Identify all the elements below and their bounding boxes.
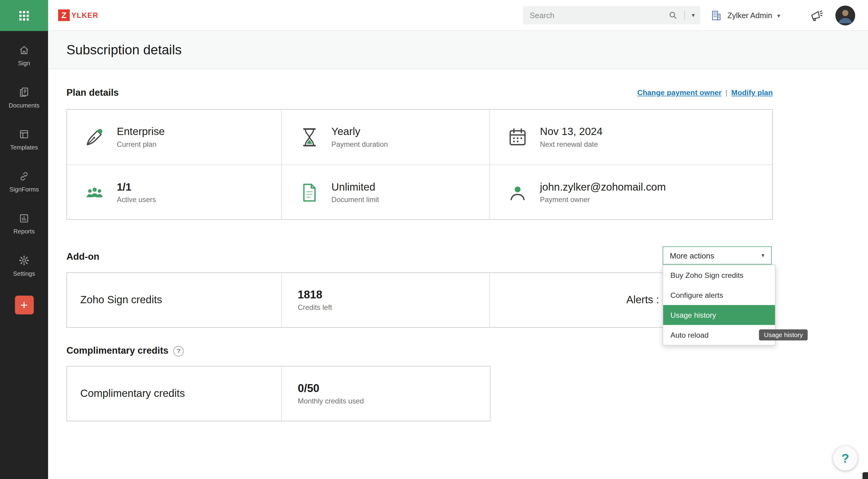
person-icon <box>507 181 529 203</box>
bar-chart-icon <box>18 213 30 224</box>
org-chevron-down-icon: ▾ <box>777 12 780 19</box>
org-switcher[interactable]: Zylker Admin ▾ <box>710 0 780 31</box>
addon-name-cell: Zoho Sign credits <box>67 273 281 327</box>
usage-history-tooltip: Usage history <box>759 329 808 341</box>
credits-left-cell: 1818 Credits left <box>281 273 490 327</box>
complimentary-name-cell: Complimentary credits <box>67 366 281 421</box>
more-actions-label: More actions <box>670 251 714 260</box>
alerts-label: Alerts : <box>626 294 659 306</box>
pen-icon <box>84 126 106 148</box>
announcements-megaphone-icon[interactable] <box>809 8 824 23</box>
topbar: Z YLKER ▾ <box>48 0 868 31</box>
sidebar-item-reports[interactable]: Reports <box>0 203 48 245</box>
plan-name-label: Current plan <box>117 140 165 148</box>
plan-name: Enterprise <box>117 126 165 138</box>
complimentary-heading: Complimentary credits <box>66 346 168 357</box>
sidebar-item-signforms[interactable]: SignForms <box>0 161 48 203</box>
main-area: Subscription details Plan details Change… <box>48 31 868 479</box>
app-launcher-button[interactable] <box>0 0 48 31</box>
plan-details-panel: Enterprise Current plan <box>66 109 773 220</box>
change-payment-owner-link[interactable]: Change payment owner <box>637 89 721 97</box>
create-new-button[interactable]: + <box>15 296 33 314</box>
payment-duration-cell: Yearly Payment duration <box>281 109 490 164</box>
menu-item-usage-history[interactable]: Usage history <box>663 305 775 325</box>
menu-item-configure-alerts[interactable]: Configure alerts <box>663 285 775 305</box>
plan-links: Change payment owner | Modify plan <box>637 89 773 97</box>
more-actions-button[interactable]: More actions ▾ <box>663 247 772 264</box>
payment-owner-cell: john.zylker@zohomail.com Payment owner <box>490 165 772 220</box>
more-actions-menu: Buy Zoho Sign credits Configure alerts U… <box>663 264 776 346</box>
logo-text: YLKER <box>71 11 98 19</box>
building-icon <box>710 9 722 22</box>
help-button[interactable]: ? <box>833 446 858 471</box>
search-options-chevron-down-icon[interactable]: ▾ <box>692 12 695 18</box>
sidebar-item-label: Sign <box>18 60 30 66</box>
sidebar-nav: Sign Documents Templates <box>0 34 48 287</box>
logo-mark: Z <box>58 9 69 21</box>
credits-left-label: Credits left <box>298 303 490 311</box>
monthly-credits-used-label: Monthly credits used <box>298 397 490 405</box>
page-title: Subscription details <box>66 42 182 57</box>
search-divider <box>684 11 685 20</box>
sidebar-item-sign[interactable]: Sign <box>0 34 48 76</box>
plan-details-heading: Plan details <box>66 88 119 99</box>
link-separator: | <box>725 89 727 97</box>
content: Plan details Change payment owner | Modi… <box>48 69 868 479</box>
next-renewal-date-label: Next renewal date <box>540 140 602 148</box>
renewal-date-cell: Nov 13, 2024 Next renewal date <box>490 109 772 164</box>
payment-owner-label: Payment owner <box>540 195 666 203</box>
users-icon <box>84 181 106 203</box>
sidebar-item-label: Templates <box>10 144 38 151</box>
sidebar-item-settings[interactable]: Settings <box>0 245 48 287</box>
calendar-icon <box>507 126 529 148</box>
complimentary-used-cell: 0/50 Monthly credits used <box>281 366 490 421</box>
document-limit-cell: Unlimited Document limit <box>281 165 490 220</box>
sidebar-item-documents[interactable]: Documents <box>0 76 48 118</box>
sidebar-item-label: Settings <box>13 270 35 277</box>
menu-item-auto-reload[interactable]: Auto reload <box>663 325 775 345</box>
complimentary-heading-row: Complimentary credits ? <box>66 346 184 357</box>
payment-owner-email: john.zylker@zohomail.com <box>540 181 666 193</box>
hourglass-icon <box>298 126 320 148</box>
document-limit-label: Document limit <box>331 195 379 203</box>
global-search: ▾ <box>523 6 701 24</box>
app-window: Sign Documents Templates <box>0 0 868 479</box>
next-renewal-date: Nov 13, 2024 <box>540 126 602 138</box>
plan-row: Enterprise Current plan <box>67 109 772 164</box>
page-header: Subscription details <box>48 31 868 69</box>
search-input[interactable] <box>523 11 669 20</box>
sidebar-item-templates[interactable]: Templates <box>0 118 48 160</box>
document-limit: Unlimited <box>331 181 379 193</box>
search-icon[interactable] <box>669 10 678 20</box>
addon-name: Zoho Sign credits <box>80 294 281 306</box>
sidebar-item-label: SignForms <box>9 186 39 193</box>
active-users-cell: 1/1 Active users <box>67 165 281 220</box>
sidebar-item-label: Reports <box>13 228 35 235</box>
active-users-label: Active users <box>117 195 156 203</box>
credits-left-value: 1818 <box>298 288 490 301</box>
sidebar: Sign Documents Templates <box>0 0 48 479</box>
menu-item-buy-credits[interactable]: Buy Zoho Sign credits <box>663 265 775 285</box>
complimentary-panel: Complimentary credits 0/50 Monthly credi… <box>66 366 491 421</box>
sidebar-item-label: Documents <box>9 102 39 108</box>
modify-plan-link[interactable]: Modify plan <box>731 89 773 97</box>
document-icon <box>298 181 320 203</box>
org-name: Zylker Admin <box>727 11 772 20</box>
user-avatar[interactable] <box>835 5 855 25</box>
documents-icon <box>18 86 30 98</box>
payment-duration: Yearly <box>331 126 388 138</box>
home-icon <box>18 44 30 56</box>
zylker-logo[interactable]: Z YLKER <box>58 9 98 21</box>
more-actions-chevron-down-icon: ▾ <box>762 253 765 258</box>
link-icon <box>18 171 30 182</box>
templates-icon <box>18 128 30 140</box>
plan-row: 1/1 Active users <box>67 164 772 220</box>
payment-duration-label: Payment duration <box>331 140 388 148</box>
gear-icon <box>18 255 30 266</box>
complimentary-name: Complimentary credits <box>80 387 281 400</box>
complimentary-help-icon[interactable]: ? <box>173 346 184 356</box>
active-users: 1/1 <box>117 181 156 193</box>
monthly-credits-used-value: 0/50 <box>298 382 490 395</box>
waffle-icon <box>18 10 30 21</box>
chat-widget-sliver[interactable] <box>863 472 868 479</box>
